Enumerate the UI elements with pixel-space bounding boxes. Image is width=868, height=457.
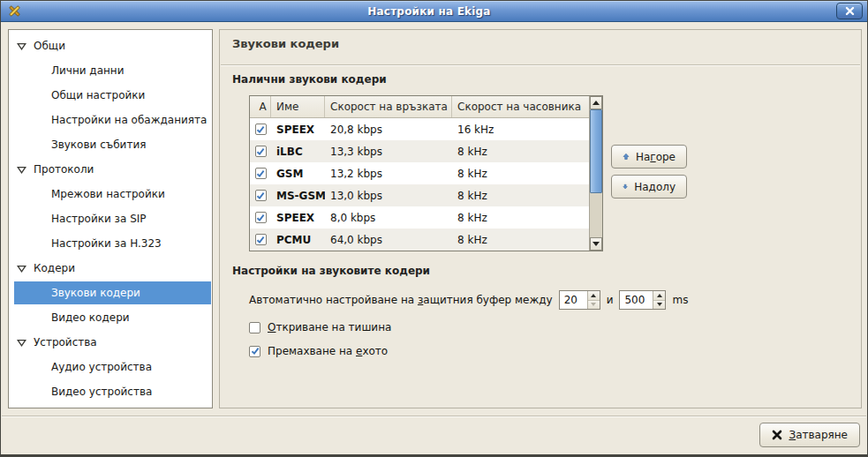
codec-bandwidth: 20,8 kbps [325,124,452,136]
echo-cancellation-label: Премахване на ехото [268,345,388,357]
sidebar-item-label: Звукови събития [51,139,146,151]
label-part: Премахване на [268,345,356,357]
spin-up-button[interactable] [588,291,600,301]
codec-row[interactable]: PCMU 64,0 kbps 8 kHz [250,228,589,251]
silence-detection-checkbox[interactable] [249,322,260,333]
sidebar-item-video-devices[interactable]: Видео устройства [9,379,212,404]
silence-detection-label: Откриване на тишина [268,321,391,333]
column-active[interactable]: A [250,96,271,117]
expander-icon[interactable] [16,164,26,175]
codec-checkbox[interactable] [255,168,267,179]
sidebar-item-label: Звукови кодери [51,287,140,299]
sidebar-group-codecs[interactable]: Кодери [9,256,212,281]
codec-checkbox[interactable] [255,212,267,223]
scrollbar-up-button[interactable] [590,96,602,109]
codec-name: MS-GSM [271,190,325,202]
check-icon [256,191,265,200]
codec-row[interactable]: SPEEX 20,8 kbps 16 kHz [250,118,589,140]
codec-table: A Име Скорост на връзката Скорост на час… [249,95,603,251]
column-name[interactable]: Име [271,96,325,117]
label-mnemonic: д [649,181,656,193]
codec-bandwidth: 13,3 kbps [325,146,452,158]
jitter-min-spinner[interactable]: 20 [559,290,600,310]
column-bandwidth[interactable]: Скорост на връзката [325,96,452,117]
sidebar-group-devices[interactable]: Устройства [9,330,212,355]
check-icon [256,147,265,156]
page-title: Звукови кодери [232,37,339,50]
table-scrollbar[interactable] [589,96,602,251]
spin-up-button[interactable] [653,291,665,301]
codec-row[interactable]: MS-GSM 13,0 kbps 8 kHz [250,184,589,206]
codec-checkbox[interactable] [255,124,267,135]
codec-checkbox[interactable] [255,234,267,245]
sidebar-item-label: Лични данни [51,64,125,77]
check-icon [256,125,265,134]
jitter-max-value[interactable]: 500 [620,291,653,309]
codec-bandwidth: 13,2 kbps [325,168,452,180]
echo-cancellation-checkbox[interactable] [249,346,260,357]
sidebar-item-general-settings[interactable]: Общи настройки [9,83,212,108]
jitter-min-value[interactable]: 20 [560,291,587,309]
sidebar-group-general[interactable]: Общи [9,34,212,58]
sidebar-item-label: Настройки за SIP [51,213,147,225]
sections-tree: Общи Лични данни Общи настройки Настройк… [9,30,212,404]
sidebar-item-call-options[interactable]: Настройки на обажданията [9,108,212,132]
main-pane: Звукови кодери Налични звукови кодери A … [219,29,862,408]
label-part: олу [656,181,676,193]
codec-bandwidth: 64,0 kbps [325,234,452,246]
codec-settings-title: Настройки на звуковите кодери [232,265,430,277]
sidebar-item-audio-codecs[interactable]: Звукови кодери [14,281,211,304]
sidebar-item-label: Мрежови настройки [51,188,165,200]
jitter-max-spinner[interactable]: 500 [619,290,666,310]
codec-clock: 8 kHz [452,190,589,202]
sidebar-item-sound-events[interactable]: Звукови събития [9,132,212,157]
sidebar-item-personal-data[interactable]: Лични данни [9,58,212,83]
label-mnemonic: З [789,429,796,441]
codec-name: SPEEX [271,124,325,136]
sidebar-item-h323-settings[interactable]: Настройки за H.323 [9,231,212,256]
move-up-button[interactable]: Нагоре [611,145,687,169]
close-button[interactable]: Затваряне [759,423,860,447]
sidebar-item-audio-devices[interactable]: Аудио устройства [9,355,212,379]
expander-icon[interactable] [16,263,26,273]
expander-icon[interactable] [16,41,26,51]
codec-table-header[interactable]: A Име Скорост на връзката Скорост на час… [250,96,589,118]
arrow-up-icon [657,294,662,297]
sidebar-item-network-settings[interactable]: Мрежови настройки [9,182,212,206]
label-part: оре [656,151,676,163]
arrow-down-icon [591,303,596,306]
expander-icon[interactable] [16,337,26,348]
sidebar-group-protocols[interactable]: Протоколи [9,157,212,182]
sidebar-item-label: Настройки за H.323 [51,237,162,250]
codec-row[interactable]: GSM 13,2 kbps 8 kHz [250,162,589,184]
column-clock-rate[interactable]: Скорост на часовника [452,96,589,117]
codec-row[interactable]: SPEEX 8,0 kbps 8 kHz [250,206,589,228]
codec-bandwidth: 13,0 kbps [325,190,452,202]
sidebar-item-video-codecs[interactable]: Видео кодери [9,305,212,330]
scrollbar-thumb[interactable] [590,109,602,193]
arrow-down-icon [593,242,600,246]
sidebar-item-label: Аудио устройства [51,361,152,373]
echo-cancellation-row[interactable]: Премахване на ехото [249,345,388,357]
codec-name: SPEEX [271,212,325,224]
label-part: На [636,151,650,163]
codec-row[interactable]: iLBC 13,3 kbps 8 kHz [250,140,589,162]
spin-down-button[interactable] [588,301,600,310]
move-down-button[interactable]: Надолу [611,175,687,199]
window-close-button[interactable] [836,3,863,19]
check-icon [256,236,265,244]
preferences-window: Настройки на Ekiga Общи Лични данни Общи… [0,0,868,457]
footer-separator [2,416,866,417]
sidebar-item-sip-settings[interactable]: Настройки за SIP [9,206,212,231]
codec-clock: 16 kHz [452,124,589,136]
jitter-unit-label: ms [672,294,688,306]
check-icon [256,214,265,222]
codec-checkbox[interactable] [255,190,267,201]
silence-detection-row[interactable]: Откриване на тишина [249,321,391,333]
label-part: ткриване на тишина [275,321,391,333]
codec-checkbox[interactable] [255,146,267,157]
scrollbar-down-button[interactable] [590,237,602,251]
jitter-connector-label: и [607,294,614,306]
spin-down-button[interactable] [653,301,665,310]
titlebar[interactable]: Настройки на Ekiga [1,1,867,22]
